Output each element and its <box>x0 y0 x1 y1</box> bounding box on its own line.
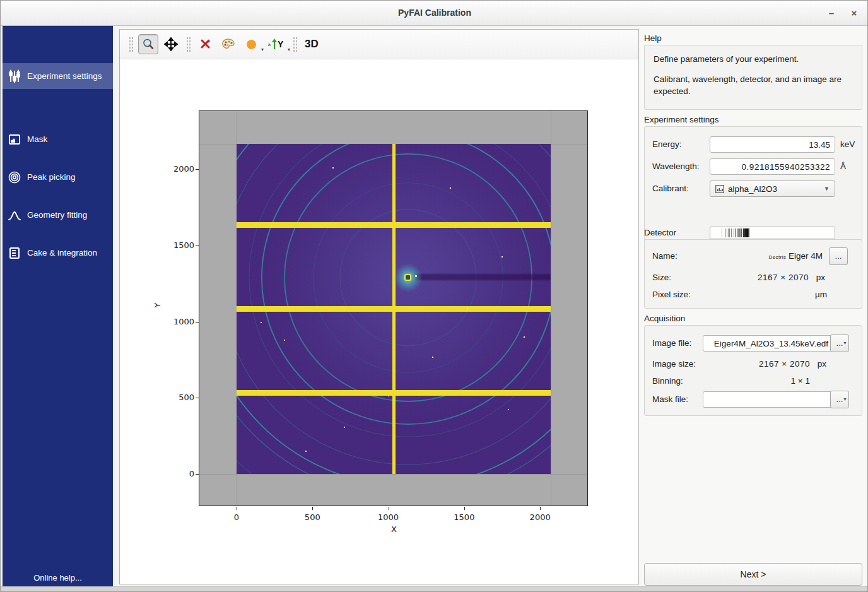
wavelength-input[interactable] <box>710 158 835 175</box>
detector-group: Name: Dectris Eiger 4M ... Size: 2167 × … <box>644 239 862 309</box>
palette-icon <box>221 37 236 51</box>
ellipsis-label: ... <box>836 394 843 404</box>
toolbar-grip[interactable] <box>129 36 133 52</box>
wavelength-label: Wavelength: <box>652 162 700 171</box>
close-button[interactable]: × <box>846 6 862 21</box>
hot-pixel <box>305 451 307 452</box>
colormap-button[interactable] <box>218 34 238 54</box>
red-cross-icon <box>199 37 213 51</box>
help-box: Define parameters of your experiment. Ca… <box>644 45 862 110</box>
hot-pixel <box>332 167 334 169</box>
toolbar-grip[interactable] <box>186 36 191 52</box>
y-tick-label: 1000 <box>163 317 194 326</box>
mask-file-input[interactable] <box>703 391 833 408</box>
detector-gap-bar <box>392 144 396 474</box>
calibrant-ring-line <box>748 228 749 237</box>
calibrant-rings-preview <box>710 227 835 239</box>
image-bound-line <box>551 111 551 506</box>
image-file-input[interactable]: Eiger4M_Al2O3_13.45keV.edf <box>703 335 833 352</box>
mask-file-label: Mask file: <box>652 394 688 404</box>
calibrant-select[interactable]: alpha_Al2O3 ▼ <box>710 181 835 197</box>
detector-size-value: 2167 × 2070 <box>683 273 809 282</box>
y-tick <box>196 322 199 323</box>
help-paragraph: Define parameters of your experiment. <box>654 53 853 66</box>
marker-color-button[interactable]: ▾ <box>241 34 261 54</box>
image-size-unit: px <box>818 359 826 369</box>
sidebar-item-cake-integration[interactable]: Cake & integration <box>3 240 113 266</box>
beam-center-marker <box>404 274 411 281</box>
mask-icon <box>8 133 21 146</box>
title-bar: PyFAI Calibration – × <box>1 1 868 26</box>
toolbar-grip[interactable] <box>293 36 297 52</box>
histogram-icon <box>715 185 724 193</box>
diffraction-image[interactable] <box>237 144 551 474</box>
settings-panel: Help Define parameters of your experimen… <box>640 26 867 588</box>
y-tick <box>196 246 199 246</box>
image-size-value: 2167 × 2070 <box>684 359 810 369</box>
mask-file-browse-button[interactable]: ... ▼ <box>830 391 849 408</box>
chevron-down-icon: ▾ <box>288 47 290 52</box>
x-tick <box>237 507 237 510</box>
acquisition-section-title: Acquisition <box>644 314 685 323</box>
detector-browse-button[interactable]: ... <box>829 247 848 265</box>
cake-integration-icon <box>8 246 21 260</box>
wavelength-unit: Å <box>840 162 846 171</box>
hot-pixel <box>508 409 509 410</box>
x-tick-label: 500 <box>293 512 331 522</box>
energy-input[interactable] <box>710 136 835 153</box>
sidebar-item-peak-picking[interactable]: Peak picking <box>3 164 113 190</box>
beam-streak <box>416 274 551 280</box>
detector-size-unit: px <box>816 273 825 282</box>
axes-prefix-label: a <box>268 42 271 47</box>
y-tick-label: 500 <box>163 393 194 402</box>
sidebar-item-label: Cake & integration <box>27 248 97 258</box>
detector-brand: Dectris <box>769 254 787 260</box>
x-tick <box>312 507 313 510</box>
hot-pixel <box>501 256 503 258</box>
sidebar-item-geometry-fitting[interactable]: Geometry fitting <box>3 202 113 228</box>
clear-crosshair-button[interactable] <box>196 34 216 54</box>
detector-size-label: Size: <box>652 273 671 282</box>
next-button[interactable]: Next > <box>644 563 862 586</box>
calibrant-ring-line <box>728 228 729 237</box>
sliders-icon <box>8 69 21 83</box>
experiment-section-title: Experiment settings <box>644 115 719 124</box>
help-section-title: Help <box>644 33 662 43</box>
calibrant-ring-line <box>737 228 739 237</box>
chevron-down-icon: ▼ <box>843 392 847 407</box>
x-tick <box>464 507 465 510</box>
green-up-arrow-icon <box>271 38 278 50</box>
ellipsis-label: ... <box>836 338 843 348</box>
pixel-size-unit: µm <box>815 290 827 299</box>
beam-satellite-dot <box>415 275 417 277</box>
binning-label: Binning: <box>652 376 683 386</box>
calibrant-ring-line <box>741 228 742 237</box>
hot-pixel <box>261 322 262 323</box>
calibrant-ring-line <box>735 228 736 237</box>
sidebar-item-label: Mask <box>27 134 47 144</box>
window-title: PyFAI Calibration <box>1 8 868 18</box>
image-bound-line <box>199 474 587 475</box>
y-tick <box>196 398 199 398</box>
minimize-button[interactable]: – <box>823 6 840 21</box>
zoom-tool-button[interactable] <box>138 34 158 54</box>
sidebar: Experiment settings Mask Peak picking Ge… <box>3 26 113 588</box>
online-help-link[interactable]: Online help... <box>3 573 113 583</box>
pan-tool-button[interactable] <box>161 34 181 54</box>
sidebar-item-experiment-settings[interactable]: Experiment settings <box>3 63 113 89</box>
calibrant-ring-line <box>731 228 732 237</box>
axes-letter-label: Y <box>278 39 283 49</box>
plot-axes[interactable]: 0 500 1000 1500 2000 0 500 1000 1500 200… <box>199 110 588 506</box>
pixel-size-label: Pixel size: <box>652 290 691 299</box>
image-file-browse-button[interactable]: ... ▼ <box>830 334 849 352</box>
hot-pixel <box>524 336 525 338</box>
axes-orientation-button[interactable]: a Y ▾ <box>264 34 288 54</box>
hot-pixel <box>450 187 451 189</box>
calibrant-ring-line <box>727 228 727 237</box>
sidebar-item-label: Experiment settings <box>27 71 102 81</box>
3d-view-button[interactable]: 3D <box>305 38 319 50</box>
y-tick-label: 1500 <box>163 240 194 250</box>
experiment-group: Energy: keV Wavelength: Å Calibrant: alp… <box>644 126 862 248</box>
sidebar-item-mask[interactable]: Mask <box>3 126 113 152</box>
x-tick <box>540 507 541 510</box>
